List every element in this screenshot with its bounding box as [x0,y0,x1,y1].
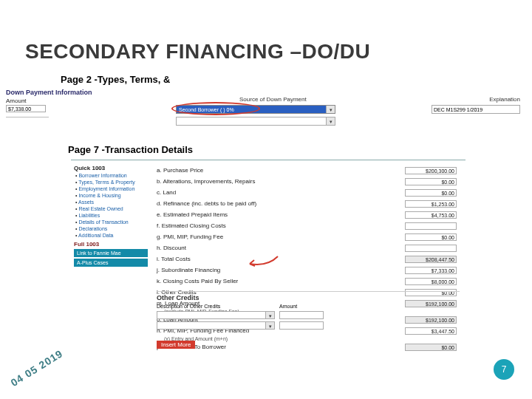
other-credits-section: Other Credits Description of Other Credi… [157,291,460,330]
red-arrow-annotation [245,253,279,268]
slide: SECONDARY FINANCING –DO/DU Page 2 -Types… [0,0,532,399]
row-label: a. Purchase Price [157,167,405,174]
quick-1003-heading: Quick 1003 [74,165,148,171]
nav-liabilities[interactable]: Liabilities [75,213,146,218]
row-value-field[interactable]: $0.00 [405,189,457,197]
nav-borrower-info[interactable]: Borrower Information [75,173,146,178]
oc-amount-label: Amount [279,304,297,309]
row-label: i. Total Costs [157,256,405,262]
subtitle-page7: Page 7 -Transaction Details [68,144,193,155]
row-value-field[interactable] [405,245,457,252]
page2-grab: Down Payment Information Amount $7,338.0… [6,89,520,133]
table-row: i. Total Costs$208,447.50 [157,253,460,265]
insert-more-button[interactable]: Insert More [157,341,195,349]
row-value-field[interactable] [405,222,457,230]
chevron-down-icon: ▾ [326,117,335,125]
down-payment-info-heading: Down Payment Information [6,89,92,96]
amount-field[interactable]: $7,338.00 [6,105,46,112]
source-dropdown-2[interactable]: ▾ [176,117,335,126]
table-row: k. Closing Costs Paid By Seller$8,000.00 [157,276,460,287]
row-label: e. Estimated Prepaid Items [157,211,405,218]
row-value-field[interactable]: $7,333.00 [405,267,457,274]
row-value-field: $0.00 [405,344,457,351]
page7-grab: Quick 1003 Borrower Information Types, T… [71,160,466,352]
row-label: c. Land [157,189,405,196]
oc-amount-field-1[interactable] [279,311,324,319]
explanation-label: Explanation [489,96,520,103]
row-label: g. PMI, MIP, Funding Fee [157,233,405,240]
chevron-down-icon: ▾ [326,106,335,113]
table-row: p. Cash From/To Borrower$0.00 [157,341,460,352]
table-row: g. PMI, MIP, Funding Fee$0.00 [157,231,460,242]
table-row: d. Refinance (inc. debts to be paid off)… [157,198,460,209]
left-nav: Quick 1003 Borrower Information Types, T… [71,163,151,268]
nav-reo[interactable]: Real Estate Owned [75,206,146,211]
footer-date: 04 05 2019 [9,347,65,389]
nav-employment[interactable]: Employment Information [75,186,146,191]
table-row: f. Estimated Closing Costs [157,220,460,231]
subtitle-page2: Page 2 -Types, Terms, & [61,74,170,85]
amount-field-2[interactable] [6,117,49,124]
row-value-field[interactable]: $8,000.00 [405,278,457,285]
oc-desc-dropdown-1[interactable]: ▾ [157,311,275,319]
oc-desc-dropdown-2[interactable]: ▾ [157,321,275,330]
row-label: b. Alterations, Improvements, Repairs [157,178,405,185]
row-note: (x) Entry and Amount (m+n) [164,336,460,341]
table-row: a. Purchase Price$200,300.00 [157,165,460,176]
nav-types-terms[interactable]: Types, Terms & Property [75,180,146,185]
explanation-field[interactable]: DEC M1S299 1/2019 [432,105,520,114]
row-value-field[interactable]: $200,300.00 [405,167,457,174]
slide-number-badge: 7 [494,359,514,380]
table-row: e. Estimated Prepaid Items$4,753.00 [157,209,460,220]
table-row: j. Subordinate Financing$7,333.00 [157,265,460,276]
amount-label: Amount [6,98,27,104]
nav-declarations[interactable]: Declarations [75,226,146,231]
nav-link-fannie-mae[interactable]: Link to Fannie Mae [74,249,148,257]
oc-desc-label: Description of Other Credits [157,304,275,309]
row-value-field[interactable]: $4,753.00 [405,211,457,219]
row-value-field[interactable]: $0.00 [405,233,457,241]
row-label: k. Closing Costs Paid By Seller [157,278,405,284]
table-row: c. Land$0.00 [157,187,460,198]
other-credits-heading: Other Credits [157,291,460,301]
nav-additional-data[interactable]: Additional Data [75,233,146,238]
row-value-field[interactable]: $1,253.00 [405,200,457,208]
table-row: b. Alterations, Improvements, Repairs$0.… [157,176,460,187]
row-label: j. Subordinate Financing [157,267,405,273]
nav-income-housing[interactable]: Income & Housing [75,193,146,198]
oc-amount-field-2[interactable] [279,321,324,330]
chevron-down-icon: ▾ [265,312,274,318]
chevron-down-icon: ▾ [265,322,274,329]
full-1003-heading: Full 1003 [74,241,148,248]
row-value-field: $208,447.50 [405,256,457,263]
source-label: Source of Down Payment [239,96,307,103]
nav-details-transaction[interactable]: Details of Transaction [75,219,146,225]
row-label: d. Refinance (inc. debts to be paid off) [157,200,405,207]
row-label: f. Estimated Closing Costs [157,222,405,229]
table-row: h. Discount [157,242,460,253]
row-value-field[interactable]: $0.00 [405,178,457,185]
red-oval-annotation [171,102,260,115]
nav-assets[interactable]: Assets [75,200,146,205]
nav-aplus-quick[interactable]: A-Plus Cases [74,259,148,267]
slide-title: SECONDARY FINANCING –DO/DU [25,40,370,64]
row-label: h. Discount [157,245,405,251]
